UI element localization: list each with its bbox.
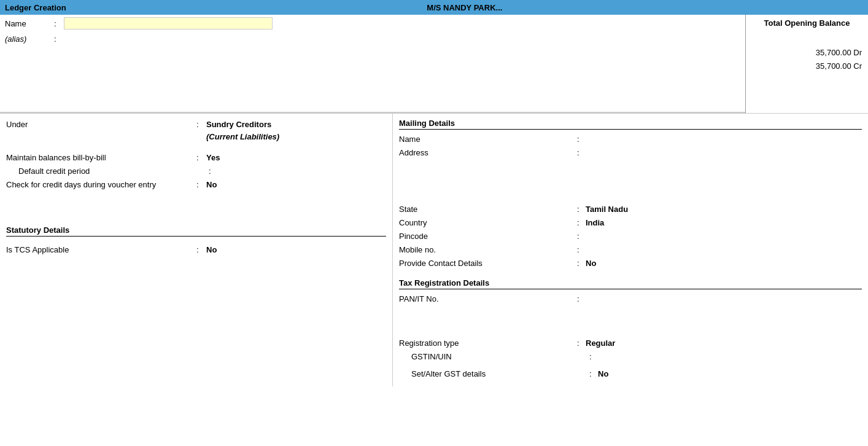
left-panel: Under : Sundry Creditors (Current Liabil…	[0, 114, 393, 386]
set-alter-label: Set/Alter GST details	[411, 368, 589, 380]
default-credit-label: Default credit period	[18, 165, 209, 178]
right-panel: Mailing Details Name : Address : State :…	[393, 114, 868, 386]
mailing-pincode-label: Pincode	[399, 230, 577, 243]
mailing-mobile-label: Mobile no.	[399, 244, 577, 256]
total-opening-title: Total Opening Balance	[752, 18, 862, 28]
alias-label: (alias)	[5, 34, 54, 44]
mailing-address-label: Address	[399, 147, 577, 159]
name-label: Name	[5, 19, 54, 28]
mailing-address-colon: :	[577, 147, 586, 159]
check-credit-label: Check for credit days during voucher ent…	[6, 179, 196, 191]
gstin-label: GSTIN/UIN	[411, 351, 589, 363]
mailing-mobile-colon: :	[577, 244, 586, 256]
pan-row: PAN/IT No. :	[399, 293, 862, 305]
provide-contact-colon: :	[577, 257, 586, 270]
under-sub: (Current Liabilities)	[206, 132, 279, 141]
set-alter-colon: :	[589, 368, 598, 380]
pan-colon: :	[577, 293, 586, 305]
tcs-value: No	[206, 244, 386, 256]
reg-type-label: Registration type	[399, 337, 577, 350]
mailing-country-row: Country : India	[399, 217, 862, 229]
total-opening-panel: Total Opening Balance 35,700.00 Dr 35,70…	[745, 15, 868, 113]
mailing-state-label: State	[399, 203, 577, 216]
maintain-value: Yes	[206, 152, 386, 164]
mailing-state-value: Tamil Nadu	[586, 203, 862, 216]
name-colon: :	[54, 19, 64, 28]
tcs-label: Is TCS Applicable	[6, 244, 196, 256]
provide-contact-value: No	[586, 257, 862, 270]
mailing-state-row: State : Tamil Nadu	[399, 203, 862, 216]
mailing-country-label: Country	[399, 217, 577, 229]
mailing-country-colon: :	[577, 217, 586, 229]
check-credit-colon: :	[196, 179, 206, 191]
maintain-colon: :	[196, 152, 206, 164]
alias-row: (alias) :	[0, 32, 868, 45]
set-alter-row: Set/Alter GST details : No	[399, 368, 862, 380]
name-row: Name :	[0, 15, 868, 32]
header-company: M/S NANDY PARK...	[66, 3, 863, 12]
spacer5	[399, 307, 862, 337]
under-label: Under	[6, 119, 196, 131]
header-bar: Ledger Creation M/S NANDY PARK...	[0, 0, 868, 15]
mailing-name-colon: :	[577, 133, 586, 146]
maintain-label: Maintain balances bill-by-bill	[6, 152, 196, 164]
reg-type-value: Regular	[586, 337, 862, 350]
under-colon: :	[196, 119, 206, 131]
mailing-pincode-row: Pincode :	[399, 230, 862, 243]
under-value: Sundry Creditors (Current Liabilities)	[206, 119, 386, 143]
tax-reg-header: Tax Registration Details	[399, 278, 862, 289]
name-input[interactable]	[64, 17, 273, 29]
check-credit-value: No	[206, 179, 386, 191]
mailing-name-label: Name	[399, 133, 577, 146]
provide-contact-row: Provide Contact Details : No	[399, 257, 862, 270]
gstin-colon: :	[589, 351, 598, 363]
gstin-row: GSTIN/UIN :	[399, 351, 862, 363]
mailing-mobile-row: Mobile no. :	[399, 244, 862, 256]
total-cr-amount: 35,700.00 Cr	[752, 60, 862, 73]
mailing-header: Mailing Details	[399, 119, 862, 130]
statutory-header: Statutory Details	[6, 225, 386, 237]
spacer1	[6, 144, 386, 152]
spacer4	[399, 271, 862, 278]
reg-type-row: Registration type : Regular	[399, 337, 862, 350]
check-credit-row: Check for credit days during voucher ent…	[6, 179, 386, 191]
default-credit-row: Default credit period :	[6, 165, 386, 178]
top-section: Name : (alias) : Total Opening Balance 3…	[0, 15, 868, 113]
address-spacer	[399, 160, 862, 203]
mailing-name-row: Name :	[399, 133, 862, 146]
mailing-address-row: Address :	[399, 147, 862, 159]
mailing-state-colon: :	[577, 203, 586, 216]
alias-colon: :	[54, 34, 64, 44]
tcs-colon: :	[196, 244, 206, 256]
maintain-row: Maintain balances bill-by-bill : Yes	[6, 152, 386, 164]
header-title: Ledger Creation	[5, 3, 66, 12]
main-content: Under : Sundry Creditors (Current Liabil…	[0, 113, 868, 386]
tcs-row: Is TCS Applicable : No	[6, 244, 386, 256]
pan-label: PAN/IT No.	[399, 293, 577, 305]
provide-contact-label: Provide Contact Details	[399, 257, 577, 270]
spacer2	[6, 192, 386, 217]
mailing-pincode-colon: :	[577, 230, 586, 243]
under-row: Under : Sundry Creditors (Current Liabil…	[6, 119, 386, 143]
total-dr-amount: 35,700.00 Dr	[752, 46, 862, 60]
reg-type-colon: :	[577, 337, 586, 350]
mailing-country-value: India	[586, 217, 862, 229]
default-credit-colon: :	[209, 165, 219, 178]
set-alter-value: No	[598, 368, 862, 380]
